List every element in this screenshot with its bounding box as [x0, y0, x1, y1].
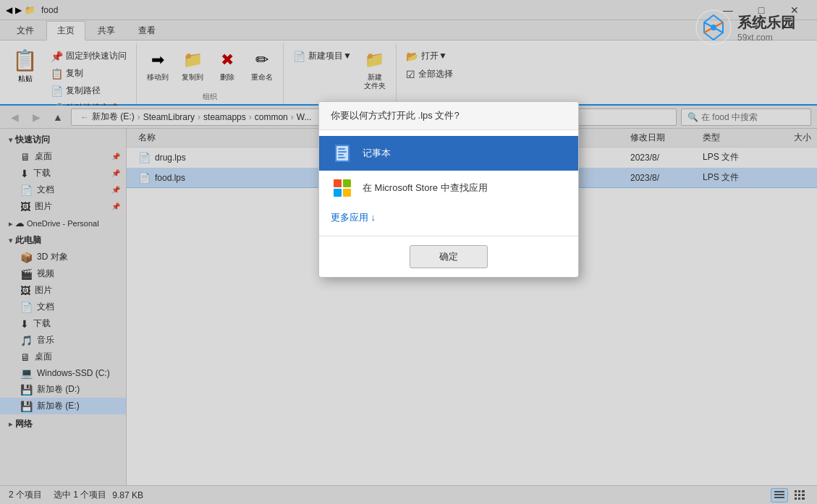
store-label: 在 Microsoft Store 中查找应用	[363, 181, 488, 195]
svg-rect-21	[343, 189, 351, 197]
store-icon	[331, 176, 354, 200]
dialog-overlay: 你要以何方式打开此 .lps 文件? 记事本	[0, 0, 817, 504]
dialog-body: 记事本 在 Microsoft Store 中查找应用 更多应用 ↓	[319, 130, 578, 236]
dialog-option-store[interactable]: 在 Microsoft Store 中查找应用	[319, 171, 578, 205]
confirm-button[interactable]: 确定	[410, 245, 488, 268]
open-with-dialog: 你要以何方式打开此 .lps 文件? 记事本	[318, 101, 579, 278]
svg-rect-15	[338, 151, 347, 153]
svg-rect-18	[334, 179, 342, 187]
svg-rect-17	[338, 157, 345, 158]
svg-rect-16	[338, 154, 344, 155]
svg-rect-19	[343, 179, 351, 187]
notepad-label: 记事本	[363, 147, 391, 160]
more-apps-label: 更多应用 ↓	[331, 211, 376, 224]
main-window: ◀ ▶ 📁 food — □ ✕ 文件 主页 共享 查看 📋 粘贴	[0, 0, 817, 504]
more-apps-link[interactable]: 更多应用 ↓	[319, 205, 578, 230]
notepad-icon	[331, 142, 354, 165]
svg-rect-20	[334, 189, 342, 197]
dialog-option-notepad[interactable]: 记事本	[319, 136, 578, 171]
dialog-title: 你要以何方式打开此 .lps 文件?	[319, 102, 578, 130]
svg-rect-14	[338, 148, 345, 150]
dialog-footer: 确定	[319, 236, 578, 277]
